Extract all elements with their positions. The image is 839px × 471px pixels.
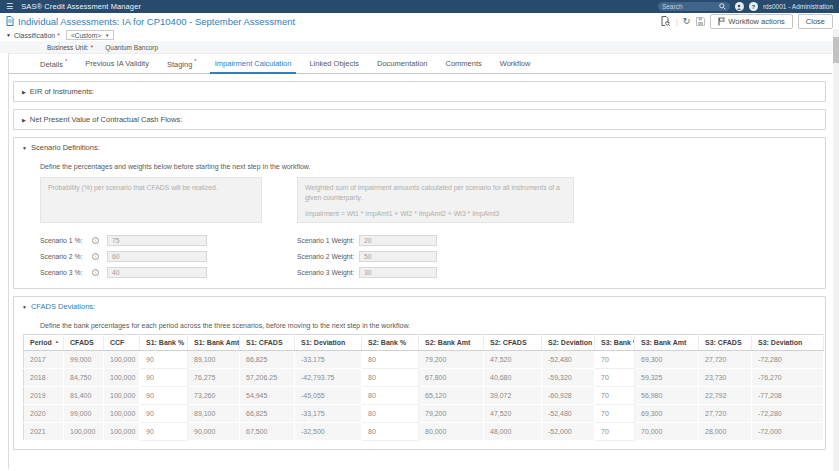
scenario-1-input[interactable] — [107, 235, 207, 246]
search-icon[interactable] — [719, 3, 726, 10]
table-cell: 65,120 — [419, 387, 484, 405]
table-cell: 2017 — [24, 351, 64, 369]
column-header[interactable]: S1: Bank Amt — [188, 335, 240, 351]
column-header[interactable]: S3: CFADS — [699, 335, 752, 351]
scenario-2-weight-input[interactable] — [359, 251, 437, 262]
table-cell[interactable]: 90 — [140, 405, 188, 423]
vertical-scrollbar[interactable] — [833, 29, 839, 471]
table-cell: -72,280 — [752, 351, 824, 369]
field-label: Scenario 2 %: — [40, 253, 92, 260]
cfads-description: Define the bank percentages for each per… — [40, 322, 825, 329]
cfads-section-header[interactable]: ▼ CFADS Deviations: — [14, 297, 825, 316]
table-cell[interactable]: 80 — [362, 423, 419, 441]
tab-linked-objects[interactable]: Linked Objects — [300, 54, 368, 73]
info-icon[interactable]: i — [92, 237, 99, 244]
table-cell[interactable]: 90 — [140, 387, 188, 405]
table-cell: 69,300 — [635, 351, 699, 369]
panel-scenario-definitions: ▼ Scenario Definitions: Define the perce… — [13, 137, 826, 289]
hamburger-menu-icon[interactable]: ☰ — [6, 3, 13, 11]
required-marker: * — [91, 44, 94, 51]
close-button[interactable]: Close — [798, 14, 833, 29]
column-header[interactable]: S3: Bank % — [595, 335, 635, 351]
table-cell: 100,000 — [104, 387, 140, 405]
column-header[interactable]: S2: Bank Amt — [419, 335, 484, 351]
save-icon[interactable] — [695, 16, 705, 26]
table-cell[interactable]: 80 — [362, 387, 419, 405]
column-header[interactable]: CFADS — [64, 335, 104, 351]
impairment-info-box: Weighted sum of impairment amounts calcu… — [297, 177, 574, 223]
tab-documentation[interactable]: Documentation — [368, 54, 436, 73]
table-cell: 22,792 — [699, 387, 752, 405]
table-cell[interactable]: 80 — [362, 369, 419, 387]
column-header[interactable]: S1: Deviation — [295, 335, 362, 351]
panel-eir: ▶ EIR of Instruments: — [13, 81, 826, 102]
table-cell[interactable]: 70 — [595, 405, 635, 423]
table-cell[interactable]: 80 — [362, 351, 419, 369]
scenario-description: Define the percentages and weights below… — [40, 163, 825, 170]
column-header[interactable]: S2: Bank % — [362, 335, 419, 351]
table-cell: -59,320 — [542, 369, 595, 387]
table-cell: -42,793.75 — [295, 369, 362, 387]
column-header[interactable]: S1: CFADS — [240, 335, 295, 351]
classification-dropdown[interactable]: <Custom> ▼ — [66, 30, 114, 40]
table-cell: 47,520 — [484, 405, 542, 423]
tab-previous-ia-validity[interactable]: Previous IA Validity — [76, 54, 158, 73]
tab-workflow[interactable]: Workflow — [491, 54, 540, 73]
column-header[interactable]: S1: Bank % — [140, 335, 188, 351]
npv-section-header[interactable]: ▶ Net Present Value of Contractual Cash … — [14, 110, 825, 129]
table-cell: 39,072 — [484, 387, 542, 405]
tab-details[interactable]: Details* — [31, 53, 76, 74]
probability-info-box: Probability (%) per scenario that CFADS … — [40, 177, 262, 223]
tab-staging[interactable]: Staging* — [158, 53, 206, 74]
table-cell[interactable]: 90 — [140, 351, 188, 369]
info-icon[interactable]: i — [92, 269, 99, 276]
column-header[interactable]: S2: CFADS — [484, 335, 542, 351]
tab-label: Linked Objects — [309, 59, 359, 68]
tab-comments[interactable]: Comments — [436, 54, 490, 73]
table-row: 201981,400100,0009073,26054,945-45,05580… — [24, 387, 824, 405]
search-placeholder: Search — [662, 3, 719, 10]
info-icon[interactable]: i — [92, 253, 99, 260]
table-cell[interactable]: 70 — [595, 387, 635, 405]
validate-document-icon[interactable] — [661, 16, 671, 26]
search-input[interactable]: Search — [658, 2, 730, 11]
column-header[interactable]: S3: Deviation — [752, 335, 824, 351]
field-label: Scenario 1 Weight: — [297, 237, 359, 244]
user-icon[interactable] — [735, 2, 744, 11]
tab-impairment-calculation[interactable]: Impairment Calculation — [206, 54, 301, 73]
scenario-section-header[interactable]: ▼ Scenario Definitions: — [14, 138, 825, 157]
column-header[interactable]: S2: Deviation — [542, 335, 595, 351]
scenario-2-input[interactable] — [107, 251, 207, 262]
help-icon[interactable]: ? — [749, 2, 758, 11]
expanded-caret-icon: ▼ — [22, 304, 27, 310]
table-cell[interactable]: 70 — [595, 351, 635, 369]
required-marker: * — [194, 58, 196, 64]
table-cell[interactable]: 90 — [140, 369, 188, 387]
eir-section-header[interactable]: ▶ EIR of Instruments: — [14, 82, 825, 101]
cfads-table-body: 201799,000100,0009089,10066,825-33,17580… — [24, 351, 824, 441]
table-cell[interactable]: 70 — [595, 423, 635, 441]
history-icon[interactable]: ↻ — [683, 17, 691, 26]
workflow-actions-button[interactable]: Workflow actions — [710, 14, 793, 29]
expanded-caret-icon: ▼ — [22, 145, 27, 151]
required-marker: * — [65, 58, 67, 64]
table-cell[interactable]: 80 — [362, 405, 419, 423]
table-cell: 79,200 — [419, 405, 484, 423]
scrollbar-thumb[interactable] — [833, 37, 839, 63]
scenario-1-weight-input[interactable] — [359, 235, 437, 246]
scenario-3-weight-input[interactable] — [359, 267, 437, 278]
column-header[interactable]: Period▲ — [24, 335, 64, 351]
scenario-3-input[interactable] — [107, 267, 207, 278]
required-marker: * — [57, 32, 60, 39]
table-cell[interactable]: 90 — [140, 423, 188, 441]
cfads-table-container: Period▲CFADSCCFS1: Bank %S1: Bank AmtS1:… — [23, 334, 816, 441]
column-header[interactable]: CCF — [104, 335, 140, 351]
table-cell: -32,500 — [295, 423, 362, 441]
table-cell: 81,400 — [64, 387, 104, 405]
panel-cfads-deviations: ▼ CFADS Deviations: Define the bank perc… — [13, 296, 826, 450]
panel-npv: ▶ Net Present Value of Contractual Cash … — [13, 109, 826, 130]
column-header[interactable]: S3: Bank Amt — [635, 335, 699, 351]
classification-collapse-icon[interactable]: ▼ — [6, 32, 11, 38]
workflow-actions-label: Workflow actions — [728, 17, 785, 26]
table-cell[interactable]: 70 — [595, 369, 635, 387]
